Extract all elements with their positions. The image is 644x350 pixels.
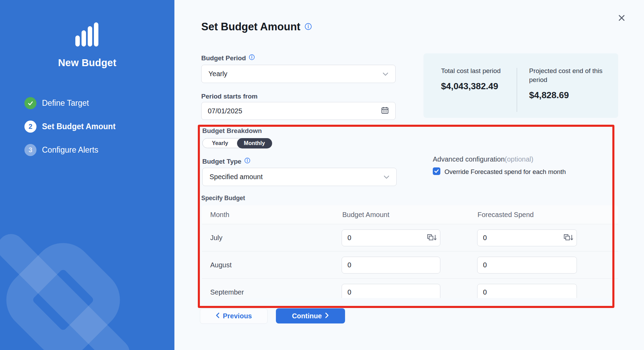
- bar-chart-icon: [75, 22, 99, 47]
- month-cell: July: [210, 224, 223, 251]
- budget-amount-input[interactable]: [342, 257, 440, 274]
- table-row: July: [202, 224, 618, 251]
- period-start-date-value: 07/01/2025: [208, 107, 381, 115]
- advanced-config-label: Advanced configuration(optional): [433, 155, 533, 163]
- budget-breakdown-label: Budget Breakdown: [202, 127, 262, 135]
- budget-period-label: Budget Period: [201, 54, 255, 62]
- info-icon[interactable]: [304, 21, 312, 33]
- step-configure-alerts[interactable]: 3 Configure Alerts: [24, 144, 116, 156]
- calendar-icon[interactable]: [381, 106, 389, 116]
- period-start-date-field[interactable]: 07/01/2025: [201, 102, 396, 120]
- table-row: August: [202, 251, 618, 279]
- column-header-forecast: Forecasted Spend: [477, 205, 534, 224]
- step-label: Define Target: [42, 99, 89, 108]
- wizard-title: New Budget: [0, 57, 174, 69]
- chevron-left-icon: [216, 312, 219, 320]
- toggle-option-monthly[interactable]: Monthly: [237, 138, 272, 148]
- vertical-divider: [517, 68, 517, 112]
- budget-period-value: Yearly: [208, 70, 383, 78]
- table-header: Month Budget Amount Forecasted Spend: [202, 205, 618, 224]
- chevron-down-icon: [383, 70, 388, 78]
- specify-budget-label: Specify Budget: [201, 195, 245, 202]
- override-forecast-label: Override Forecasted spend for each month: [444, 168, 566, 176]
- wizard-sidebar: New Budget Define Target 2 Set Budget Am…: [0, 0, 174, 350]
- step-set-budget-amount[interactable]: 2 Set Budget Amount: [24, 120, 116, 133]
- step-number-badge: 2: [24, 121, 36, 133]
- budget-amount-input[interactable]: [342, 229, 440, 246]
- optional-hint: (optional): [505, 155, 533, 163]
- specify-budget-table: Month Budget Amount Forecasted Spend Jul…: [202, 205, 618, 298]
- column-header-month: Month: [210, 205, 229, 224]
- chevron-down-icon: [384, 173, 389, 181]
- cost-summary-panel: Total cost last period $4,043,382.49 Pro…: [423, 53, 618, 118]
- budget-type-value: Specified amount: [210, 173, 384, 181]
- forecasted-spend-input[interactable]: [477, 229, 577, 246]
- info-icon[interactable]: [249, 54, 255, 62]
- budget-type-label: Budget Type: [202, 157, 250, 165]
- close-icon[interactable]: [616, 12, 627, 23]
- step-define-target[interactable]: Define Target: [24, 97, 116, 109]
- previous-button[interactable]: Previous: [200, 308, 268, 324]
- check-circle-icon: [24, 97, 36, 109]
- continue-button[interactable]: Continue: [276, 308, 345, 323]
- budget-table-rows: July August: [202, 224, 618, 298]
- copy-down-icon[interactable]: [427, 234, 437, 242]
- forecasted-spend-input[interactable]: [477, 257, 577, 274]
- projected-cost-value: $4,828.69: [529, 90, 610, 101]
- column-header-budget: Budget Amount: [342, 205, 389, 224]
- previous-button-label: Previous: [223, 312, 252, 320]
- breakdown-toggle: Yearly Monthly: [202, 138, 272, 148]
- table-row: September: [202, 279, 618, 298]
- month-cell: August: [210, 251, 232, 278]
- step-number-badge: 3: [24, 144, 36, 156]
- month-cell: September: [210, 279, 244, 298]
- total-cost-label: Total cost last period: [441, 66, 510, 75]
- period-starts-label: Period starts from: [201, 93, 258, 100]
- step-label: Configure Alerts: [42, 145, 98, 155]
- continue-button-label: Continue: [292, 312, 322, 320]
- budget-period-select[interactable]: Yearly: [201, 65, 396, 83]
- override-forecast-checkbox[interactable]: [433, 167, 440, 175]
- budget-amount-input[interactable]: [342, 284, 440, 298]
- toggle-option-yearly[interactable]: Yearly: [203, 138, 237, 148]
- info-icon[interactable]: [244, 157, 250, 165]
- forecasted-spend-input[interactable]: [477, 284, 577, 298]
- page-title: Set Budget Amount: [201, 21, 300, 33]
- copy-down-icon[interactable]: [563, 234, 573, 242]
- total-cost-value: $4,043,382.49: [441, 81, 510, 92]
- wizard-steps: Define Target 2 Set Budget Amount 3 Conf…: [24, 97, 116, 156]
- projected-cost-label: Projected cost end of this period: [529, 66, 610, 84]
- chevron-right-icon: [325, 312, 329, 320]
- step-label: Set Budget Amount: [42, 122, 116, 131]
- page-title-row: Set Budget Amount: [201, 21, 312, 33]
- budget-type-select[interactable]: Specified amount: [202, 168, 397, 186]
